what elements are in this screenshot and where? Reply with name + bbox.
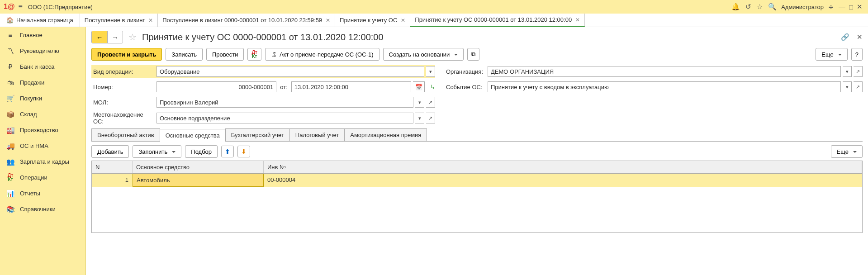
sidebar-item-purchases[interactable]: 🛒Покупки — [0, 90, 85, 106]
col-n[interactable]: N — [92, 161, 133, 173]
org-dropdown-button[interactable]: ▾ — [843, 66, 852, 77]
subtab-bu[interactable]: Бухгалтерский учет — [225, 128, 290, 141]
sidebar-item-bank[interactable]: ₽Банк и касса — [0, 59, 85, 75]
bell-icon[interactable]: 🔔 — [731, 3, 740, 11]
star-icon[interactable]: ☆ — [757, 3, 763, 11]
loc-field[interactable]: Основное подразделение — [157, 113, 413, 123]
maximize-icon[interactable]: □ — [849, 3, 853, 11]
home-tab[interactable]: 🏠 Начальная страница — [0, 14, 80, 27]
sidebar-item-label: Операции — [20, 174, 47, 181]
move-up-button[interactable]: ⬆ — [221, 146, 234, 157]
menu-icon[interactable]: ≡ — [19, 3, 23, 11]
calendar-button[interactable]: 📅 — [413, 81, 425, 92]
loc-open-button[interactable]: ↗ — [426, 113, 435, 123]
user-label[interactable]: Администратор — [781, 4, 824, 10]
more-button[interactable]: Еще — [816, 48, 847, 61]
subtab-nu[interactable]: Налоговый учет — [289, 128, 345, 141]
table-body[interactable]: 1 Автомобиль 00-000004 — [92, 174, 862, 232]
subtab-os[interactable]: Основные средства — [160, 129, 226, 142]
org-field[interactable]: ДЕМО ОРГАНИЗАЦИЯ — [488, 66, 841, 77]
move-down-button[interactable]: ⬇ — [237, 146, 250, 157]
tab-close-icon[interactable]: ✕ — [148, 17, 153, 24]
sidebar-item-production[interactable]: 🏭Производство — [0, 122, 85, 138]
mol-value: Просвирнин Валерий — [160, 99, 218, 106]
structure-button[interactable]: ⧉ — [467, 48, 479, 61]
cell-os[interactable]: Автомобиль — [133, 174, 264, 187]
tab-close-icon[interactable]: ✕ — [326, 17, 330, 24]
sidebar-item-manager[interactable]: 〽Руководителю — [0, 43, 85, 59]
app-title: ООО (1С:Предприятие) — [28, 4, 93, 10]
inner-more-button[interactable]: Еще — [831, 145, 863, 158]
nav-forward-button[interactable]: → — [107, 31, 123, 43]
tab-os-doc[interactable]: Принятие к учету ОС 0000-000001 от 13.01… — [410, 14, 585, 27]
num-field[interactable]: 0000-000001 — [157, 81, 276, 92]
history-icon[interactable]: ↺ — [745, 3, 751, 11]
minimize-icon[interactable]: — — [839, 3, 845, 11]
post-button[interactable]: Провести — [206, 48, 244, 61]
post-and-close-button[interactable]: Провести и закрыть — [91, 48, 162, 61]
close-doc-icon[interactable]: ✕ — [857, 33, 863, 41]
loc-dropdown-button[interactable]: ▾ — [415, 113, 424, 123]
chevron-down-icon — [851, 148, 857, 155]
tab-label: Поступление в лизинг 0000-000001 от 10.0… — [162, 17, 322, 24]
cart-icon: 🛒 — [6, 95, 14, 103]
sidebar-item-operations[interactable]: ДтКтОперации — [0, 170, 85, 185]
event-field[interactable]: Принятие к учету с вводом в эксплуатацию — [488, 81, 841, 92]
event-dropdown-button[interactable]: ▾ — [843, 81, 852, 92]
create-based-button[interactable]: Создать на основании — [383, 48, 464, 61]
op-type-dropdown-button[interactable]: ▾ — [426, 66, 435, 77]
sidebar-item-os-nma[interactable]: 🚚ОС и НМА — [0, 138, 85, 154]
dtkt-icon: ДтКт — [6, 173, 14, 182]
tab-close-icon[interactable]: ✕ — [401, 17, 405, 24]
op-type-field[interactable]: Оборудование — [157, 66, 424, 77]
subtabs: Внеоборотный актив Основные средства Бух… — [91, 128, 863, 142]
close-window-icon[interactable]: ✕ — [857, 3, 863, 11]
mol-open-button[interactable]: ↗ — [426, 97, 435, 108]
org-open-button[interactable]: ↗ — [854, 66, 863, 77]
pick-button[interactable]: Подбор — [185, 145, 218, 158]
col-os[interactable]: Основное средство — [133, 161, 264, 173]
sidebar-item-reports[interactable]: 📊Отчеты — [0, 185, 85, 201]
chart-icon: 〽 — [6, 47, 14, 55]
tab-leasing-doc[interactable]: Поступление в лизинг 0000-000001 от 10.0… — [158, 14, 335, 27]
help-button[interactable]: ? — [851, 48, 863, 61]
fill-button[interactable]: Заполнить — [133, 145, 181, 158]
cell-n[interactable]: 1 — [92, 174, 133, 187]
subtab-amort[interactable]: Амортизационная премия — [344, 128, 427, 141]
sidebar-item-label: Отчеты — [20, 190, 40, 197]
sidebar-item-stock[interactable]: 📦Склад — [0, 106, 85, 122]
sidebar-item-main[interactable]: ≡Главное — [0, 27, 85, 43]
col-inv[interactable]: Инв № — [264, 161, 862, 173]
subtab-vna[interactable]: Внеоборотный актив — [91, 128, 160, 141]
cell-inv[interactable]: 00-000004 — [264, 174, 862, 187]
search-icon[interactable]: 🔍 — [768, 3, 777, 11]
sidebar-item-refs[interactable]: 📚Справочники — [0, 201, 85, 217]
sidebar-item-label: Склад — [20, 111, 37, 118]
save-button[interactable]: Записать — [166, 48, 203, 61]
people-icon: 👥 — [6, 158, 14, 166]
op-type-row: Вид операции: Оборудование ▾ — [91, 65, 435, 78]
link-icon[interactable]: 🔗 — [841, 33, 849, 41]
truck-icon: 🚚 — [6, 142, 14, 150]
mol-dropdown-button[interactable]: ▾ — [415, 97, 424, 108]
add-button[interactable]: Добавить — [91, 145, 129, 158]
event-open-button[interactable]: ↗ — [854, 81, 863, 92]
print-act-button[interactable]: 🖨Акт о приеме-передаче ОС (ОС-1) — [265, 48, 379, 61]
settings-icon[interactable]: ≑ — [828, 3, 834, 11]
table-row[interactable]: 1 Автомобиль 00-000004 — [92, 174, 862, 187]
inner-toolbar: Добавить Заполнить Подбор ⬆ ⬇ Еще — [91, 145, 863, 158]
more-label: Еще — [821, 51, 833, 58]
event-label: Событие ОС: — [444, 84, 486, 90]
dtkt-button[interactable]: ДтКт — [247, 48, 261, 61]
tab-close-icon[interactable]: ✕ — [575, 17, 580, 23]
home-tab-label: Начальная страница — [16, 17, 73, 24]
tab-os-list[interactable]: Принятие к учету ОС ✕ — [335, 14, 410, 27]
mol-field[interactable]: Просвирнин Валерий — [157, 97, 413, 108]
favorite-icon[interactable]: ☆ — [128, 32, 137, 43]
date-field[interactable]: 13.01.2020 12:00:00 — [291, 81, 411, 92]
sidebar-item-sales[interactable]: 🛍Продажи — [0, 75, 85, 90]
tab-leasing-list[interactable]: Поступление в лизинг ✕ — [80, 14, 158, 27]
chevron-down-icon — [452, 51, 458, 58]
nav-back-button[interactable]: ← — [92, 31, 107, 43]
sidebar-item-hr[interactable]: 👥Зарплата и кадры — [0, 154, 85, 170]
